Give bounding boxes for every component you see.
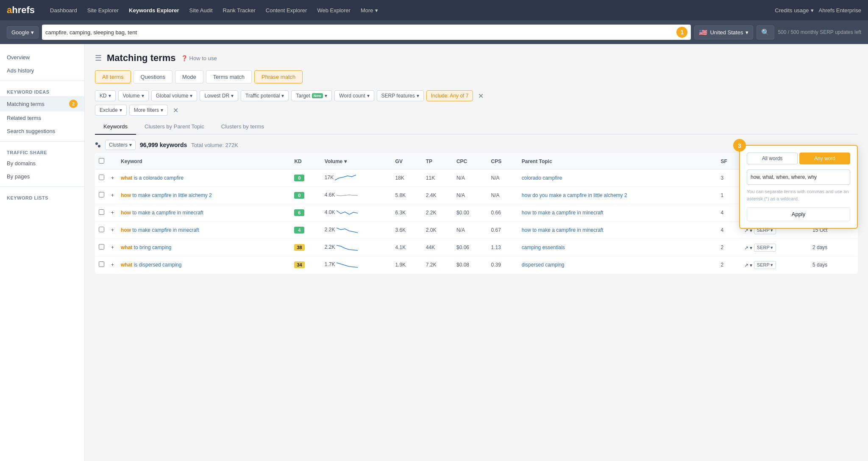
keyword-link[interactable]: what to bring camping: [121, 244, 171, 250]
row-checkbox-cell[interactable]: [95, 222, 108, 239]
row-checkbox[interactable]: [99, 192, 104, 197]
th-keyword[interactable]: Keyword: [117, 154, 291, 169]
hamburger-icon[interactable]: ☰: [95, 53, 102, 63]
row-checkbox-cell[interactable]: [95, 239, 108, 256]
ahrefs-logo[interactable]: ahrefs: [7, 5, 35, 16]
row-checkbox[interactable]: [99, 227, 104, 232]
tab-all-terms[interactable]: All terms: [95, 70, 131, 83]
keyword-link[interactable]: how to make campfire in little alchemy 2: [121, 192, 212, 198]
parent-topic-link[interactable]: how do you make a campfire in little alc…: [522, 192, 627, 198]
sidebar-item-matching-terms[interactable]: Matching terms 2: [0, 96, 84, 111]
keyword-link[interactable]: what is dispersed camping: [121, 262, 181, 268]
filter-exclude[interactable]: Exclude ▾: [95, 105, 127, 116]
serp-dropdown[interactable]: SERP ▾: [754, 244, 776, 252]
search-button[interactable]: 🔍: [757, 25, 774, 39]
sidebar-item-by-domains[interactable]: By domains: [0, 157, 84, 170]
tab-questions[interactable]: Questions: [134, 70, 173, 83]
row-add-cell[interactable]: +: [108, 256, 117, 274]
row-add-cell[interactable]: +: [108, 187, 117, 204]
nav-web-explorer[interactable]: Web Explorer: [312, 0, 356, 20]
sidebar-item-related-terms[interactable]: Related terms: [0, 111, 84, 125]
nav-site-audit[interactable]: Site Audit: [184, 0, 218, 20]
clusters-dropdown-btn[interactable]: Clusters ▾: [105, 140, 136, 150]
how-to-use-link[interactable]: ❓ How to use: [181, 55, 217, 61]
row-checkbox-cell[interactable]: [95, 256, 108, 274]
popup-terms-input[interactable]: [747, 169, 850, 185]
th-tp[interactable]: TP: [423, 154, 453, 169]
select-all-checkbox[interactable]: [99, 158, 104, 164]
keyword-link[interactable]: how to make campfire in minecraft: [121, 227, 199, 233]
parent-topic-link[interactable]: dispersed camping: [522, 262, 565, 268]
sidebar-badge-2: 2: [69, 100, 78, 108]
sidebar-item-search-suggestions[interactable]: Search suggestions: [0, 125, 84, 138]
row-checkbox[interactable]: [99, 261, 104, 267]
clear-all-filters[interactable]: ✕: [170, 106, 181, 115]
parent-topic-link[interactable]: colorado campfire: [522, 175, 562, 181]
trend-sparkline: [337, 226, 358, 234]
search-engine-selector[interactable]: Google ▾: [7, 26, 39, 39]
row-checkbox-cell[interactable]: [95, 204, 108, 222]
nav-more[interactable]: More ▾: [356, 0, 383, 20]
popup-toggle-all-words[interactable]: All words: [747, 153, 798, 164]
tab-mode[interactable]: Mode: [175, 70, 203, 83]
popup-apply-button[interactable]: Apply: [747, 207, 850, 221]
filter-lowest-dr[interactable]: Lowest DR ▾: [200, 90, 238, 101]
th-kd[interactable]: KD: [291, 154, 321, 169]
row-add-cell[interactable]: +: [108, 239, 117, 256]
filter-more-filters[interactable]: More filters ▾: [129, 105, 168, 116]
country-selector[interactable]: 🇺🇸 United States ▾: [694, 25, 753, 39]
row-volume-cell: 2.2K: [321, 222, 392, 239]
row-volume-cell: 4.6K: [321, 187, 392, 204]
nav-site-explorer[interactable]: Site Explorer: [82, 0, 124, 20]
row-serp-cell[interactable]: ↗ ▾ SERP ▾: [741, 239, 809, 256]
filter-word-count[interactable]: Word count ▾: [334, 90, 374, 101]
row-checkbox[interactable]: [99, 244, 104, 250]
parent-topic-link[interactable]: camping essentials: [522, 244, 565, 250]
nav-credits-usage[interactable]: Credits usage ▾: [775, 7, 813, 14]
th-volume[interactable]: Volume ▾: [321, 154, 392, 169]
filter-traffic-potential[interactable]: Traffic potential ▾: [241, 90, 289, 101]
filter-global-volume[interactable]: Global volume ▾: [151, 90, 198, 101]
popup-toggle-any-word[interactable]: Any word: [799, 153, 850, 164]
th-sf[interactable]: SF: [718, 154, 741, 169]
parent-topic-link[interactable]: how to make a campfire in minecraft: [522, 227, 604, 233]
row-checkbox-cell[interactable]: [95, 187, 108, 204]
nav-content-explorer[interactable]: Content Explorer: [261, 0, 312, 20]
row-add-cell[interactable]: +: [108, 222, 117, 239]
th-cps[interactable]: CPS: [488, 154, 518, 169]
nav-dashboard[interactable]: Dashboard: [45, 0, 82, 20]
sidebar-item-by-pages[interactable]: By pages: [0, 170, 84, 183]
table-tab-keywords[interactable]: Keywords: [95, 119, 136, 135]
serp-dropdown[interactable]: SERP ▾: [754, 261, 776, 269]
filter-kd[interactable]: KD ▾: [95, 90, 116, 101]
th-parent-topic[interactable]: Parent Topic: [518, 154, 718, 169]
row-add-cell[interactable]: +: [108, 169, 117, 187]
filter-serp-features[interactable]: SERP features ▾: [377, 90, 424, 101]
row-checkbox[interactable]: [99, 175, 104, 180]
row-add-cell[interactable]: +: [108, 204, 117, 222]
nav-keywords-explorer[interactable]: Keywords Explorer: [124, 0, 184, 20]
row-checkbox[interactable]: [99, 209, 104, 215]
filter-include[interactable]: Include: Any of 7: [426, 90, 473, 101]
row-serp-cell[interactable]: ↗ ▾ SERP ▾: [741, 256, 809, 274]
clear-include-filter[interactable]: ✕: [476, 91, 486, 101]
row-tp-cell: 44K: [423, 239, 453, 256]
row-checkbox-cell[interactable]: [95, 169, 108, 187]
sidebar-item-ads-history[interactable]: Ads history: [0, 64, 84, 77]
parent-topic-link[interactable]: how to make a campfire in minecraft: [522, 210, 604, 216]
keyword-link[interactable]: what is a colorado campfire: [121, 175, 184, 181]
table-tab-clusters-terms[interactable]: Clusters by terms: [213, 119, 273, 134]
th-select-all[interactable]: [95, 154, 108, 169]
tab-phrase-match[interactable]: Phrase match: [254, 70, 303, 83]
filter-volume[interactable]: Volume ▾: [118, 90, 149, 101]
keyword-link[interactable]: how to make a campfire in minecraft: [121, 210, 203, 216]
sidebar-item-overview[interactable]: Overview: [0, 51, 84, 64]
th-cpc[interactable]: CPC: [453, 154, 488, 169]
row-sf-cell: 3: [718, 169, 741, 187]
search-input[interactable]: [45, 29, 673, 36]
nav-rank-tracker[interactable]: Rank Tracker: [218, 0, 261, 20]
filter-target[interactable]: Target New ▾: [291, 90, 332, 101]
table-tab-clusters-parent[interactable]: Clusters by Parent Topic: [136, 119, 213, 134]
tab-terms-match[interactable]: Terms match: [206, 70, 252, 83]
th-gv[interactable]: GV: [392, 154, 423, 169]
